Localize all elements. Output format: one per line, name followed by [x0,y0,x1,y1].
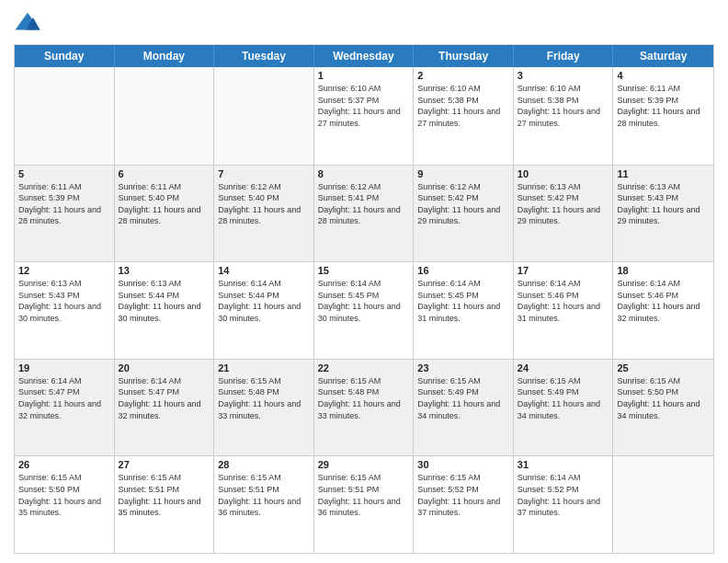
cell-info: Sunrise: 6:10 AMSunset: 5:38 PMDaylight:… [417,83,509,129]
day-number: 4 [617,70,710,81]
cell-info: Sunrise: 6:15 AMSunset: 5:50 PMDaylight:… [18,472,110,518]
calendar-week-row: 5Sunrise: 6:11 AMSunset: 5:39 PMDaylight… [15,165,713,262]
cell-info: Sunrise: 6:11 AMSunset: 5:39 PMDaylight:… [18,181,110,227]
cell-info: Sunrise: 6:11 AMSunset: 5:39 PMDaylight:… [617,83,710,129]
calendar-cell: 23Sunrise: 6:15 AMSunset: 5:49 PMDayligh… [414,360,514,456]
calendar-cell [214,67,314,165]
day-number: 30 [417,459,509,470]
calendar-week-row: 1Sunrise: 6:10 AMSunset: 5:37 PMDaylight… [15,67,713,165]
header [14,9,714,37]
cell-info: Sunrise: 6:15 AMSunset: 5:51 PMDaylight:… [218,472,310,518]
calendar-cell: 20Sunrise: 6:14 AMSunset: 5:47 PMDayligh… [115,360,215,456]
day-number: 29 [318,459,410,470]
day-number: 24 [518,362,609,373]
calendar-cell: 15Sunrise: 6:14 AMSunset: 5:45 PMDayligh… [314,262,415,359]
day-number: 17 [518,265,609,276]
calendar-cell: 27Sunrise: 6:15 AMSunset: 5:51 PMDayligh… [115,456,215,553]
day-number: 12 [18,265,110,276]
logo-icon [14,9,41,37]
calendar-cell [613,456,713,553]
day-number: 2 [417,70,509,81]
calendar-header-cell: Saturday [613,45,713,67]
day-number: 3 [518,70,609,81]
day-number: 31 [518,459,609,470]
calendar: SundayMondayTuesdayWednesdayThursdayFrid… [14,44,714,554]
day-number: 20 [119,362,210,373]
calendar-header-cell: Thursday [414,45,514,67]
calendar-week-row: 26Sunrise: 6:15 AMSunset: 5:50 PMDayligh… [15,455,713,553]
calendar-cell: 18Sunrise: 6:14 AMSunset: 5:46 PMDayligh… [613,262,713,359]
day-number: 16 [417,265,509,276]
calendar-cell: 14Sunrise: 6:14 AMSunset: 5:44 PMDayligh… [214,262,314,359]
calendar-header-cell: Sunday [15,45,115,67]
day-number: 1 [318,70,410,81]
cell-info: Sunrise: 6:10 AMSunset: 5:37 PMDaylight:… [318,83,410,129]
cell-info: Sunrise: 6:15 AMSunset: 5:51 PMDaylight:… [119,472,210,518]
calendar-cell: 10Sunrise: 6:13 AMSunset: 5:42 PMDayligh… [514,166,614,262]
cell-info: Sunrise: 6:15 AMSunset: 5:51 PMDaylight:… [318,472,410,518]
calendar-cell: 17Sunrise: 6:14 AMSunset: 5:46 PMDayligh… [514,262,614,359]
cell-info: Sunrise: 6:15 AMSunset: 5:48 PMDaylight:… [218,375,310,421]
calendar-cell: 28Sunrise: 6:15 AMSunset: 5:51 PMDayligh… [214,456,314,553]
cell-info: Sunrise: 6:14 AMSunset: 5:46 PMDaylight:… [518,278,609,324]
calendar-cell [15,67,115,165]
calendar-cell: 22Sunrise: 6:15 AMSunset: 5:48 PMDayligh… [314,360,415,456]
day-number: 14 [218,265,310,276]
day-number: 10 [518,168,609,179]
cell-info: Sunrise: 6:14 AMSunset: 5:52 PMDaylight:… [518,472,609,518]
calendar-cell: 8Sunrise: 6:12 AMSunset: 5:41 PMDaylight… [314,166,415,262]
calendar-cell: 13Sunrise: 6:13 AMSunset: 5:44 PMDayligh… [115,262,215,359]
cell-info: Sunrise: 6:13 AMSunset: 5:43 PMDaylight:… [617,181,710,227]
calendar-week-row: 12Sunrise: 6:13 AMSunset: 5:43 PMDayligh… [15,261,713,359]
cell-info: Sunrise: 6:15 AMSunset: 5:48 PMDaylight:… [318,375,410,421]
calendar-cell: 4Sunrise: 6:11 AMSunset: 5:39 PMDaylight… [613,67,713,165]
day-number: 23 [417,362,509,373]
cell-info: Sunrise: 6:15 AMSunset: 5:49 PMDaylight:… [518,375,609,421]
calendar-cell: 1Sunrise: 6:10 AMSunset: 5:37 PMDaylight… [314,67,415,165]
day-number: 5 [18,168,110,179]
calendar-week-row: 19Sunrise: 6:14 AMSunset: 5:47 PMDayligh… [15,359,713,456]
calendar-cell: 7Sunrise: 6:12 AMSunset: 5:40 PMDaylight… [214,166,314,262]
day-number: 6 [119,168,210,179]
calendar-cell: 5Sunrise: 6:11 AMSunset: 5:39 PMDaylight… [15,166,115,262]
day-number: 9 [417,168,509,179]
cell-info: Sunrise: 6:11 AMSunset: 5:40 PMDaylight:… [119,181,210,227]
calendar-cell: 30Sunrise: 6:15 AMSunset: 5:52 PMDayligh… [414,456,514,553]
cell-info: Sunrise: 6:14 AMSunset: 5:45 PMDaylight:… [417,278,509,324]
cell-info: Sunrise: 6:14 AMSunset: 5:45 PMDaylight:… [318,278,410,324]
day-number: 18 [617,265,710,276]
cell-info: Sunrise: 6:13 AMSunset: 5:44 PMDaylight:… [119,278,210,324]
calendar-cell [115,67,215,165]
day-number: 25 [617,362,710,373]
calendar-cell: 16Sunrise: 6:14 AMSunset: 5:45 PMDayligh… [414,262,514,359]
day-number: 15 [318,265,410,276]
day-number: 11 [617,168,710,179]
calendar-cell: 9Sunrise: 6:12 AMSunset: 5:42 PMDaylight… [414,166,514,262]
calendar-cell: 31Sunrise: 6:14 AMSunset: 5:52 PMDayligh… [514,456,614,553]
cell-info: Sunrise: 6:13 AMSunset: 5:43 PMDaylight:… [18,278,110,324]
cell-info: Sunrise: 6:12 AMSunset: 5:42 PMDaylight:… [417,181,509,227]
calendar-cell: 6Sunrise: 6:11 AMSunset: 5:40 PMDaylight… [115,166,215,262]
day-number: 26 [18,459,110,470]
calendar-body: 1Sunrise: 6:10 AMSunset: 5:37 PMDaylight… [15,67,713,553]
cell-info: Sunrise: 6:15 AMSunset: 5:50 PMDaylight:… [617,375,710,421]
calendar-header-cell: Tuesday [214,45,314,67]
cell-info: Sunrise: 6:13 AMSunset: 5:42 PMDaylight:… [518,181,609,227]
day-number: 7 [218,168,310,179]
cell-info: Sunrise: 6:15 AMSunset: 5:49 PMDaylight:… [417,375,509,421]
day-number: 21 [218,362,310,373]
calendar-cell: 24Sunrise: 6:15 AMSunset: 5:49 PMDayligh… [514,360,614,456]
calendar-header-cell: Wednesday [314,45,415,67]
calendar-cell: 11Sunrise: 6:13 AMSunset: 5:43 PMDayligh… [613,166,713,262]
logo [14,9,45,37]
cell-info: Sunrise: 6:15 AMSunset: 5:52 PMDaylight:… [417,472,509,518]
calendar-cell: 2Sunrise: 6:10 AMSunset: 5:38 PMDaylight… [414,67,514,165]
cell-info: Sunrise: 6:14 AMSunset: 5:44 PMDaylight:… [218,278,310,324]
page: SundayMondayTuesdayWednesdayThursdayFrid… [0,0,728,563]
calendar-cell: 12Sunrise: 6:13 AMSunset: 5:43 PMDayligh… [15,262,115,359]
calendar-cell: 25Sunrise: 6:15 AMSunset: 5:50 PMDayligh… [613,360,713,456]
day-number: 22 [318,362,410,373]
cell-info: Sunrise: 6:12 AMSunset: 5:40 PMDaylight:… [218,181,310,227]
cell-info: Sunrise: 6:14 AMSunset: 5:47 PMDaylight:… [119,375,210,421]
cell-info: Sunrise: 6:14 AMSunset: 5:47 PMDaylight:… [18,375,110,421]
